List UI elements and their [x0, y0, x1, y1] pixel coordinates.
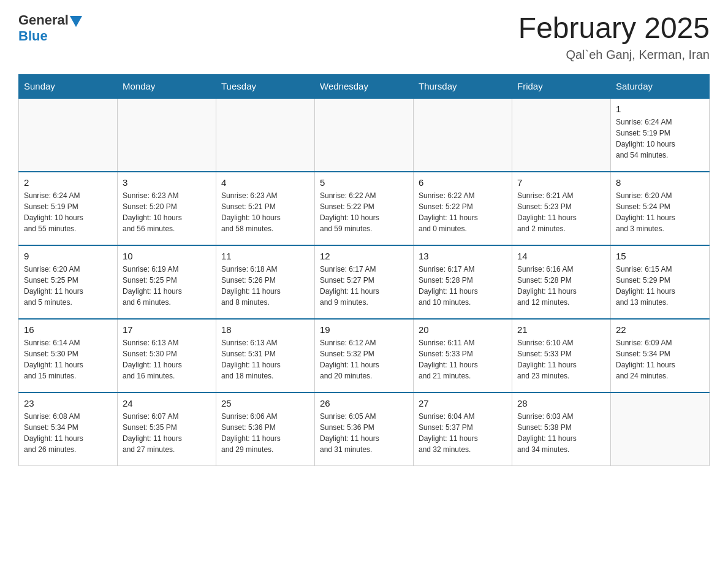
- calendar-day-cell: 13Sunrise: 6:17 AM Sunset: 5:28 PM Dayli…: [414, 245, 512, 319]
- day-number: 7: [517, 177, 605, 188]
- day-number: 23: [24, 398, 112, 408]
- calendar-week-row: 9Sunrise: 6:20 AM Sunset: 5:25 PM Daylig…: [19, 245, 710, 319]
- day-number: 20: [419, 324, 507, 335]
- logo-blue-text: Blue: [18, 28, 82, 44]
- page-header: General Blue February 2025 Qal`eh Ganj, …: [18, 12, 710, 62]
- day-info: Sunrise: 6:13 AM Sunset: 5:31 PM Dayligh…: [221, 337, 309, 381]
- day-number: 27: [419, 398, 507, 408]
- calendar-week-row: 23Sunrise: 6:08 AM Sunset: 5:34 PM Dayli…: [19, 393, 710, 466]
- calendar-day-cell: 4Sunrise: 6:23 AM Sunset: 5:21 PM Daylig…: [216, 172, 315, 245]
- logo-general-text: General: [18, 12, 69, 28]
- logo: General Blue: [18, 12, 82, 44]
- day-number: 9: [24, 251, 112, 261]
- day-of-week-header: Friday: [512, 74, 611, 98]
- calendar-day-cell: 14Sunrise: 6:16 AM Sunset: 5:28 PM Dayli…: [512, 245, 611, 319]
- month-title: February 2025: [518, 12, 710, 45]
- day-of-week-header: Sunday: [19, 74, 118, 98]
- day-info: Sunrise: 6:22 AM Sunset: 5:22 PM Dayligh…: [419, 190, 507, 234]
- day-of-week-header: Wednesday: [315, 74, 414, 98]
- calendar-day-cell: [315, 98, 414, 172]
- day-of-week-header: Tuesday: [216, 74, 315, 98]
- calendar-day-cell: [414, 98, 512, 172]
- day-number: 10: [123, 251, 211, 261]
- calendar-header-row: SundayMondayTuesdayWednesdayThursdayFrid…: [19, 74, 710, 98]
- calendar-day-cell: 26Sunrise: 6:05 AM Sunset: 5:36 PM Dayli…: [315, 393, 414, 466]
- title-block: February 2025 Qal`eh Ganj, Kerman, Iran: [518, 12, 710, 62]
- calendar-day-cell: 6Sunrise: 6:22 AM Sunset: 5:22 PM Daylig…: [414, 172, 512, 245]
- day-info: Sunrise: 6:07 AM Sunset: 5:35 PM Dayligh…: [123, 411, 211, 455]
- calendar-day-cell: 3Sunrise: 6:23 AM Sunset: 5:20 PM Daylig…: [118, 172, 216, 245]
- calendar-day-cell: 12Sunrise: 6:17 AM Sunset: 5:27 PM Dayli…: [315, 245, 414, 319]
- day-number: 19: [320, 324, 408, 335]
- day-info: Sunrise: 6:17 AM Sunset: 5:28 PM Dayligh…: [419, 264, 507, 308]
- calendar-day-cell: 17Sunrise: 6:13 AM Sunset: 5:30 PM Dayli…: [118, 319, 216, 393]
- day-info: Sunrise: 6:21 AM Sunset: 5:23 PM Dayligh…: [517, 190, 605, 234]
- day-number: 17: [123, 324, 211, 335]
- day-number: 5: [320, 177, 408, 188]
- location-title: Qal`eh Ganj, Kerman, Iran: [518, 48, 710, 62]
- day-info: Sunrise: 6:24 AM Sunset: 5:19 PM Dayligh…: [24, 190, 112, 234]
- day-info: Sunrise: 6:18 AM Sunset: 5:26 PM Dayligh…: [221, 264, 309, 308]
- calendar-day-cell: 9Sunrise: 6:20 AM Sunset: 5:25 PM Daylig…: [19, 245, 118, 319]
- day-number: 28: [517, 398, 605, 408]
- day-info: Sunrise: 6:13 AM Sunset: 5:30 PM Dayligh…: [123, 337, 211, 381]
- calendar-day-cell: 24Sunrise: 6:07 AM Sunset: 5:35 PM Dayli…: [118, 393, 216, 466]
- calendar-day-cell: 25Sunrise: 6:06 AM Sunset: 5:36 PM Dayli…: [216, 393, 315, 466]
- day-info: Sunrise: 6:04 AM Sunset: 5:37 PM Dayligh…: [419, 411, 507, 455]
- day-number: 16: [24, 324, 112, 335]
- calendar-day-cell: 5Sunrise: 6:22 AM Sunset: 5:22 PM Daylig…: [315, 172, 414, 245]
- day-info: Sunrise: 6:20 AM Sunset: 5:24 PM Dayligh…: [616, 190, 704, 234]
- calendar-table: SundayMondayTuesdayWednesdayThursdayFrid…: [18, 74, 710, 467]
- day-info: Sunrise: 6:19 AM Sunset: 5:25 PM Dayligh…: [123, 264, 211, 308]
- day-number: 3: [123, 177, 211, 188]
- calendar-day-cell: [216, 98, 315, 172]
- day-number: 1: [616, 104, 704, 114]
- day-number: 2: [24, 177, 112, 188]
- day-info: Sunrise: 6:17 AM Sunset: 5:27 PM Dayligh…: [320, 264, 408, 308]
- day-info: Sunrise: 6:12 AM Sunset: 5:32 PM Dayligh…: [320, 337, 408, 381]
- calendar-day-cell: 28Sunrise: 6:03 AM Sunset: 5:38 PM Dayli…: [512, 393, 611, 466]
- day-info: Sunrise: 6:05 AM Sunset: 5:36 PM Dayligh…: [320, 411, 408, 455]
- calendar-day-cell: 27Sunrise: 6:04 AM Sunset: 5:37 PM Dayli…: [414, 393, 512, 466]
- calendar-day-cell: [611, 393, 710, 466]
- calendar-day-cell: [19, 98, 118, 172]
- calendar-day-cell: 16Sunrise: 6:14 AM Sunset: 5:30 PM Dayli…: [19, 319, 118, 393]
- calendar-day-cell: 20Sunrise: 6:11 AM Sunset: 5:33 PM Dayli…: [414, 319, 512, 393]
- day-number: 21: [517, 324, 605, 335]
- day-info: Sunrise: 6:10 AM Sunset: 5:33 PM Dayligh…: [517, 337, 605, 381]
- day-number: 4: [221, 177, 309, 188]
- day-info: Sunrise: 6:14 AM Sunset: 5:30 PM Dayligh…: [24, 337, 112, 381]
- day-info: Sunrise: 6:09 AM Sunset: 5:34 PM Dayligh…: [616, 337, 704, 381]
- day-info: Sunrise: 6:15 AM Sunset: 5:29 PM Dayligh…: [616, 264, 704, 308]
- day-info: Sunrise: 6:23 AM Sunset: 5:20 PM Dayligh…: [123, 190, 211, 234]
- calendar-day-cell: 21Sunrise: 6:10 AM Sunset: 5:33 PM Dayli…: [512, 319, 611, 393]
- day-number: 8: [616, 177, 704, 188]
- logo-triangle-icon: [70, 16, 82, 27]
- calendar-day-cell: 15Sunrise: 6:15 AM Sunset: 5:29 PM Dayli…: [611, 245, 710, 319]
- day-info: Sunrise: 6:23 AM Sunset: 5:21 PM Dayligh…: [221, 190, 309, 234]
- day-number: 26: [320, 398, 408, 408]
- calendar-day-cell: 22Sunrise: 6:09 AM Sunset: 5:34 PM Dayli…: [611, 319, 710, 393]
- calendar-day-cell: 18Sunrise: 6:13 AM Sunset: 5:31 PM Dayli…: [216, 319, 315, 393]
- day-number: 13: [419, 251, 507, 261]
- day-info: Sunrise: 6:22 AM Sunset: 5:22 PM Dayligh…: [320, 190, 408, 234]
- day-number: 12: [320, 251, 408, 261]
- day-of-week-header: Saturday: [611, 74, 710, 98]
- calendar-day-cell: 23Sunrise: 6:08 AM Sunset: 5:34 PM Dayli…: [19, 393, 118, 466]
- day-of-week-header: Thursday: [414, 74, 512, 98]
- day-number: 25: [221, 398, 309, 408]
- calendar-day-cell: 1Sunrise: 6:24 AM Sunset: 5:19 PM Daylig…: [611, 98, 710, 172]
- day-number: 6: [419, 177, 507, 188]
- day-number: 11: [221, 251, 309, 261]
- day-info: Sunrise: 6:03 AM Sunset: 5:38 PM Dayligh…: [517, 411, 605, 455]
- day-number: 18: [221, 324, 309, 335]
- day-number: 14: [517, 251, 605, 261]
- calendar-day-cell: 10Sunrise: 6:19 AM Sunset: 5:25 PM Dayli…: [118, 245, 216, 319]
- day-info: Sunrise: 6:20 AM Sunset: 5:25 PM Dayligh…: [24, 264, 112, 308]
- day-info: Sunrise: 6:16 AM Sunset: 5:28 PM Dayligh…: [517, 264, 605, 308]
- day-of-week-header: Monday: [118, 74, 216, 98]
- calendar-day-cell: 19Sunrise: 6:12 AM Sunset: 5:32 PM Dayli…: [315, 319, 414, 393]
- day-number: 22: [616, 324, 704, 335]
- calendar-day-cell: 11Sunrise: 6:18 AM Sunset: 5:26 PM Dayli…: [216, 245, 315, 319]
- calendar-week-row: 2Sunrise: 6:24 AM Sunset: 5:19 PM Daylig…: [19, 172, 710, 245]
